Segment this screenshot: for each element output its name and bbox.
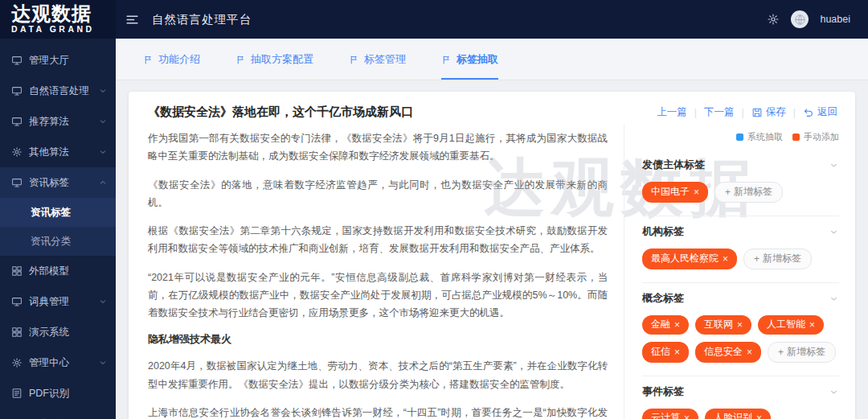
flag-icon: [349, 55, 359, 65]
chevron-down-icon: [829, 227, 839, 237]
article-paragraph: 上海市信息安全行业协会名誉会长谈剑锋告诉第一财经，“十四五”时期，首要任务之一是…: [148, 404, 608, 419]
article-paragraph: 2020年4月，数据被国家认定为继土地、劳动力、资本、技术之后的“第五生产要素”…: [148, 357, 608, 393]
remove-tag-icon[interactable]: ×: [747, 347, 752, 357]
tag-sections: 发债主体标签中国电子×+新增标签机构标签最高人民检察院×+新增标签概念标签金融×…: [642, 150, 839, 419]
article-title: 《数据安全法》落地在即，这个千亿市场成新风口: [148, 105, 413, 120]
sidebar-item-3[interactable]: 其他算法: [0, 137, 116, 167]
remove-tag-icon[interactable]: ×: [809, 320, 815, 330]
tab-bar: 功能介绍抽取方案配置标签管理标签抽取: [116, 39, 868, 80]
remove-tag-icon[interactable]: ×: [756, 413, 762, 419]
flag-icon: [143, 55, 154, 65]
gear-icon: [11, 357, 23, 368]
add-tag-button[interactable]: +新增标签: [714, 182, 783, 203]
article-body: 作为我国第一部有关数据安全的专门法律，《数据安全法》将于9月1日起施行，其将成为…: [129, 125, 624, 419]
save-button[interactable]: 保存: [751, 105, 786, 119]
card-header: 《数据安全法》落地在即，这个千亿市场成新风口 上一篇 | 下一篇 | 保存 | …: [129, 92, 855, 125]
separator: |: [793, 107, 796, 118]
settings-gear-icon[interactable]: [767, 13, 780, 26]
sidebar-item-0[interactable]: 管理大厅: [0, 45, 116, 76]
tag-pill[interactable]: 人脸识别×: [705, 409, 771, 419]
username[interactable]: huabei: [820, 14, 850, 25]
tag-pill[interactable]: 互联网×: [695, 315, 751, 335]
topbar: 达观数据 DATA GRAND 自然语言处理平台 huabei: [0, 0, 868, 39]
tab-1[interactable]: 抽取方案配置: [235, 52, 313, 80]
card-body: 作为我国第一部有关数据安全的专门法律，《数据安全法》将于9月1日起施行，其将成为…: [129, 125, 855, 419]
back-icon: [803, 107, 814, 118]
sidebar-item-8[interactable]: 管理中心: [0, 347, 116, 378]
remove-tag-icon[interactable]: ×: [694, 187, 699, 197]
tag-pill[interactable]: 金融×: [642, 315, 689, 335]
tab-3[interactable]: 标签抽取: [441, 52, 498, 80]
remove-tag-icon[interactable]: ×: [674, 347, 680, 357]
article-subheading: 隐私增强技术最火: [148, 332, 608, 347]
chevron-down-icon: [829, 294, 839, 304]
monitor-icon: [11, 116, 23, 127]
monitor-icon: [11, 296, 23, 307]
chevron-down-icon: [98, 117, 108, 126]
brand-logo[interactable]: 达观数据 DATA GRAND: [0, 0, 116, 39]
tag-pill[interactable]: 人工智能×: [758, 315, 824, 335]
sidebar-item-9[interactable]: PDF识别: [0, 378, 116, 409]
tab-0[interactable]: 功能介绍: [143, 52, 200, 80]
tab-2[interactable]: 标签管理: [349, 52, 406, 80]
separator: |: [694, 107, 697, 118]
flag-icon: [441, 55, 452, 65]
grid-icon: [11, 327, 23, 338]
tag-section-2: 概念标签金融×互联网×人工智能×征信×信息安全×+新增标签: [642, 283, 839, 376]
brand-subtitle: DATA GRAND: [11, 24, 116, 34]
article-paragraph: 根据《数据安全法》第二章第十六条规定，国家支持数据开发利用和数据安全技术研究，鼓…: [148, 222, 608, 258]
add-tag-button[interactable]: +新增标签: [743, 249, 812, 269]
tag-section-header[interactable]: 事件标签: [642, 381, 839, 409]
sidebar-item-6[interactable]: 词典管理: [0, 286, 116, 317]
plus-icon: +: [778, 347, 784, 358]
chevron-down-icon: [829, 387, 839, 397]
next-article-button[interactable]: 下一篇: [704, 105, 735, 119]
chevron-down-icon: [829, 160, 839, 170]
legend-item: 系统抽取: [736, 131, 783, 143]
tag-pill[interactable]: 云计算×: [642, 409, 698, 419]
prev-article-button[interactable]: 上一篇: [657, 105, 687, 119]
sidebar: 管理大厅自然语言处理推荐算法其他算法资讯标签资讯标签资讯分类外部模型词典管理演示…: [0, 39, 116, 419]
sidebar-item-10[interactable]: 样本反馈: [0, 409, 116, 419]
legend-swatch: [736, 134, 743, 141]
tag-pill[interactable]: 最高人民检察院×: [642, 249, 737, 269]
article-paragraph: “2021年可以说是数据安全产业的元年。”安恒信息高级副总裁、首席科学家刘博对第…: [148, 269, 608, 322]
tag-list: 云计算×人脸识别×技术创新×供给侧×区块链×人工智能×物联网×+新增标签: [642, 409, 839, 419]
tag-list: 最高人民检察院×+新增标签: [642, 249, 839, 274]
doc-icon: [11, 388, 23, 399]
tag-pill[interactable]: 中国电子×: [642, 182, 708, 203]
sidebar-subitem-4-0[interactable]: 资讯标签: [0, 198, 116, 227]
add-tag-button[interactable]: +新增标签: [768, 342, 836, 363]
chevron-down-icon: [98, 358, 108, 368]
chevron-down-icon: [98, 86, 108, 96]
chevron-down-icon: [98, 297, 108, 306]
back-button[interactable]: 返回: [803, 105, 837, 119]
sidebar-item-2[interactable]: 推荐算法: [0, 106, 116, 137]
plus-icon: +: [725, 187, 731, 198]
flag-icon: [235, 55, 246, 65]
topbar-right: huabei: [767, 10, 868, 28]
sidebar-item-1[interactable]: 自然语言处理: [0, 76, 116, 106]
legend-swatch: [792, 134, 800, 141]
remove-tag-icon[interactable]: ×: [723, 254, 728, 264]
sidebar-item-7[interactable]: 演示系统: [0, 317, 116, 347]
tag-list: 金融×互联网×人工智能×征信×信息安全×+新增标签: [642, 315, 839, 368]
grid-icon: [11, 265, 23, 277]
remove-tag-icon[interactable]: ×: [684, 413, 690, 419]
tag-pill[interactable]: 征信×: [642, 342, 689, 363]
sidebar-subitem-4-1[interactable]: 资讯分类: [0, 227, 116, 256]
article-paragraph: 作为我国第一部有关数据安全的专门法律，《数据安全法》将于9月1日起施行，其将成为…: [148, 129, 608, 166]
user-avatar[interactable]: [791, 10, 809, 28]
sidebar-collapse-icon[interactable]: [125, 13, 139, 27]
remove-tag-icon[interactable]: ×: [674, 320, 680, 330]
tag-section-header[interactable]: 机构标签: [642, 221, 839, 249]
tag-section-header[interactable]: 发债主体标签: [642, 154, 839, 182]
tag-section-1: 机构标签最高人民检察院×+新增标签: [642, 216, 839, 283]
sidebar-item-5[interactable]: 外部模型: [0, 256, 116, 286]
remove-tag-icon[interactable]: ×: [737, 320, 743, 330]
sidebar-item-4[interactable]: 资讯标签: [0, 167, 116, 198]
tag-pill[interactable]: 信息安全×: [695, 342, 761, 363]
chevron-down-icon: [98, 147, 108, 157]
main-area: 功能介绍抽取方案配置标签管理标签抽取 达观数据 《数据安全法》落地在即，这个千亿…: [116, 39, 868, 419]
tag-section-header[interactable]: 概念标签: [642, 288, 839, 315]
